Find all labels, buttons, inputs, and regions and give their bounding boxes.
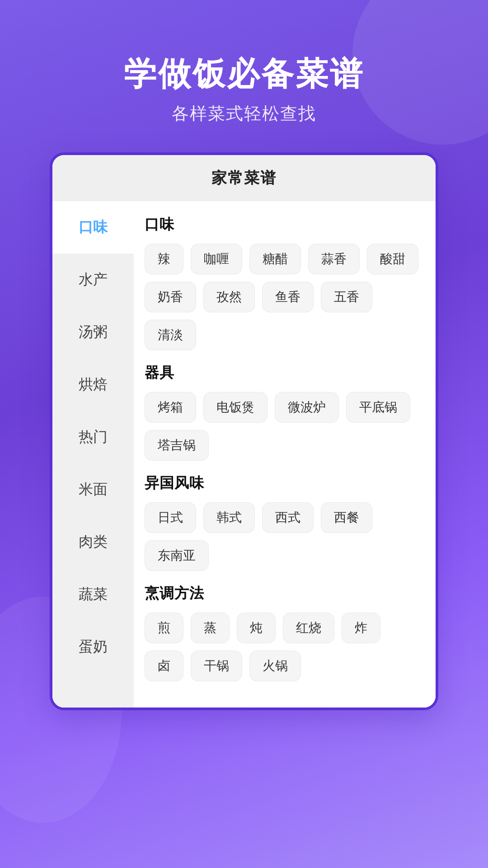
tag-炸[interactable]: 炸 bbox=[342, 613, 380, 643]
tag-蒸[interactable]: 蒸 bbox=[191, 613, 230, 643]
tag-烤箱[interactable]: 烤箱 bbox=[145, 392, 196, 423]
tag-孜然[interactable]: 孜然 bbox=[203, 282, 255, 312]
sidebar-item-热门[interactable]: 热门 bbox=[52, 411, 134, 463]
tag-五香[interactable]: 五香 bbox=[321, 282, 372, 312]
tags-container: 辣咖喱糖醋蒜香酸甜奶香孜然鱼香五香清淡 bbox=[145, 244, 422, 350]
header: 学做饭必备菜谱 各样菜式轻松查找 bbox=[124, 54, 364, 125]
section-口味: 口味辣咖喱糖醋蒜香酸甜奶香孜然鱼香五香清淡 bbox=[145, 215, 422, 350]
tags-container: 烤箱电饭煲微波炉平底锅塔吉锅 bbox=[145, 392, 422, 461]
sidebar-item-汤粥[interactable]: 汤粥 bbox=[52, 306, 134, 359]
tag-火锅[interactable]: 火锅 bbox=[249, 651, 301, 681]
section-烹调方法: 烹调方法煎蒸炖红烧炸卤干锅火锅 bbox=[145, 584, 422, 681]
tag-鱼香[interactable]: 鱼香 bbox=[262, 282, 314, 312]
sidebar-item-蔬菜[interactable]: 蔬菜 bbox=[52, 568, 134, 621]
tag-平底锅[interactable]: 平底锅 bbox=[346, 392, 410, 423]
section-title: 烹调方法 bbox=[145, 584, 422, 604]
sidebar-item-蛋奶[interactable]: 蛋奶 bbox=[52, 621, 134, 673]
section-title: 器具 bbox=[145, 363, 422, 383]
tag-西餐[interactable]: 西餐 bbox=[321, 502, 372, 533]
tag-卤[interactable]: 卤 bbox=[145, 651, 183, 681]
tag-炖[interactable]: 炖 bbox=[237, 613, 276, 643]
tag-东南亚[interactable]: 东南亚 bbox=[145, 540, 209, 571]
tags-container: 日式韩式西式西餐东南亚 bbox=[145, 502, 422, 571]
tag-咖喱[interactable]: 咖喱 bbox=[191, 244, 242, 274]
sidebar-item-肉类[interactable]: 肉类 bbox=[52, 516, 134, 568]
card-body: 口味水产汤粥烘焙热门米面肉类蔬菜蛋奶 口味辣咖喱糖醋蒜香酸甜奶香孜然鱼香五香清淡… bbox=[52, 201, 436, 708]
sidebar-item-米面[interactable]: 米面 bbox=[52, 463, 134, 516]
tag-日式[interactable]: 日式 bbox=[145, 502, 196, 533]
tag-糖醋[interactable]: 糖醋 bbox=[249, 244, 301, 274]
tag-红烧[interactable]: 红烧 bbox=[283, 613, 334, 643]
sidebar-item-口味[interactable]: 口味 bbox=[52, 201, 134, 254]
header-title: 学做饭必备菜谱 bbox=[124, 54, 364, 93]
card-title: 家常菜谱 bbox=[52, 155, 436, 201]
sidebar-item-烘焙[interactable]: 烘焙 bbox=[52, 359, 134, 411]
tag-辣[interactable]: 辣 bbox=[145, 244, 183, 274]
section-器具: 器具烤箱电饭煲微波炉平底锅塔吉锅 bbox=[145, 363, 422, 461]
tag-微波炉[interactable]: 微波炉 bbox=[275, 392, 339, 423]
section-异国风味: 异国风味日式韩式西式西餐东南亚 bbox=[145, 473, 422, 571]
tags-container: 煎蒸炖红烧炸卤干锅火锅 bbox=[145, 613, 422, 681]
sidebar: 口味水产汤粥烘焙热门米面肉类蔬菜蛋奶 bbox=[52, 201, 134, 708]
tag-煎[interactable]: 煎 bbox=[145, 613, 183, 643]
sidebar-item-水产[interactable]: 水产 bbox=[52, 254, 134, 306]
tag-蒜香[interactable]: 蒜香 bbox=[308, 244, 360, 274]
tag-韩式[interactable]: 韩式 bbox=[203, 502, 255, 533]
tag-西式[interactable]: 西式 bbox=[262, 502, 314, 533]
tag-塔吉锅[interactable]: 塔吉锅 bbox=[145, 430, 209, 461]
tag-干锅[interactable]: 干锅 bbox=[191, 651, 242, 681]
tag-清淡[interactable]: 清淡 bbox=[145, 320, 196, 350]
content-area: 口味辣咖喱糖醋蒜香酸甜奶香孜然鱼香五香清淡器具烤箱电饭煲微波炉平底锅塔吉锅异国风… bbox=[134, 201, 436, 708]
tag-奶香[interactable]: 奶香 bbox=[145, 282, 196, 312]
header-subtitle: 各样菜式轻松查找 bbox=[124, 102, 364, 125]
tag-酸甜[interactable]: 酸甜 bbox=[367, 244, 418, 274]
main-card: 家常菜谱 口味水产汤粥烘焙热门米面肉类蔬菜蛋奶 口味辣咖喱糖醋蒜香酸甜奶香孜然鱼… bbox=[50, 152, 438, 710]
section-title: 口味 bbox=[145, 215, 422, 235]
section-title: 异国风味 bbox=[145, 473, 422, 493]
tag-电饭煲[interactable]: 电饭煲 bbox=[203, 392, 267, 423]
